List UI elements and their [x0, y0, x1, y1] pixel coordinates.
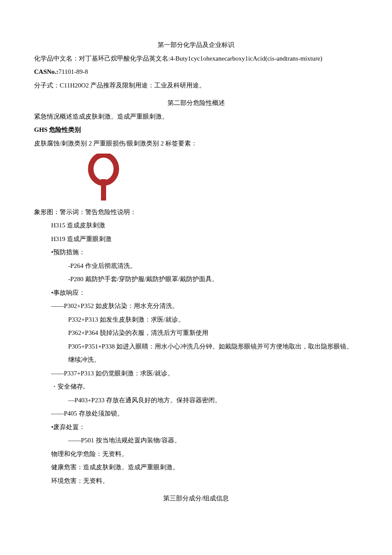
p264: -P264 作业后彻底清洗。 [34, 259, 358, 273]
p332-p313: P332+P313 如发生皮肤刺激：求医/就诊。 [34, 313, 358, 327]
p337-p313: ——P337+P313 如仍觉眼刺激：求医/就诊。 [34, 367, 358, 381]
p405: ——P405 存放处须加锁。 [34, 407, 358, 421]
h319: H319 造成严重眼刺激 [34, 232, 358, 246]
precaution-label: •预防措施： [34, 246, 358, 259]
health-hazard: 健康危害：造成皮肤刺激。造成严重眼刺激。 [34, 461, 358, 474]
p362-p364: P362+P364 脱掉沾染的衣服，清洗后方可重新使用 [34, 326, 358, 340]
emergency-overview: 紧急情况概述造成皮肤刺激。造成严重眼刺激。 [34, 110, 358, 124]
p302-p352: ——P302+P352 如皮肤沾染：用水充分清洗。 [34, 299, 358, 313]
section-3-title: 第三部分成分/组成信息 [34, 492, 358, 506]
h315: H315 造成皮肤刺激 [34, 219, 358, 232]
ghs-category-label: GHS 危险性类别 [34, 123, 358, 137]
p280: -P280 戴防护手套/穿防护服/戴防护眼罩/戴防护面具。 [34, 273, 358, 286]
response-label: •事故响应： [34, 286, 358, 300]
cas-value: 71101-89-8 [58, 68, 88, 75]
p501: ——P501 按当地法规处置内装物/容器。 [34, 434, 358, 447]
section-2-title: 第二部分危险性概述 [34, 96, 358, 110]
section-1-title: 第一部分化学品及企业标识 [34, 38, 358, 52]
cas-line: CASNo.:71101-89-8 [34, 65, 358, 79]
physical-chemical-hazard: 物理和化学危险：无资料。 [34, 447, 358, 461]
ghs-categories: 皮肤腐蚀/刺激类别 2 严重眼损伤/眼刺激类别 2 标签要素： [34, 137, 358, 151]
chemical-name-line: 化学品中文名：对丁基环己烷甲酸化学品英文名:4-Buty1cyc1ohexane… [34, 52, 358, 66]
pictogram-signal-line: 象形图：警示词：警告危险性说明： [34, 206, 358, 219]
p403-p233: —P403+P233 存放在通风良好的地方。保持容器密闭。 [34, 394, 358, 407]
environmental-hazard: 环境危害：无资料。 [34, 474, 358, 488]
storage-label: ・安全储存, [34, 380, 358, 394]
svg-rect-1 [101, 179, 106, 200]
disposal-label: •废弃处置： [34, 421, 358, 434]
svg-point-0 [91, 155, 116, 183]
ghs-pictogram-exclamation-icon [85, 154, 358, 206]
cas-label: CASNo.: [34, 68, 58, 75]
p305-p351-p338: P305+P351+P338 如进入眼睛：用水小心冲洗几分钟。如戴隐形眼镜并可方… [34, 340, 358, 367]
formula-line: 分子式：C11H20O2 产品推荐及限制用途：工业及科研用途。 [34, 79, 358, 93]
